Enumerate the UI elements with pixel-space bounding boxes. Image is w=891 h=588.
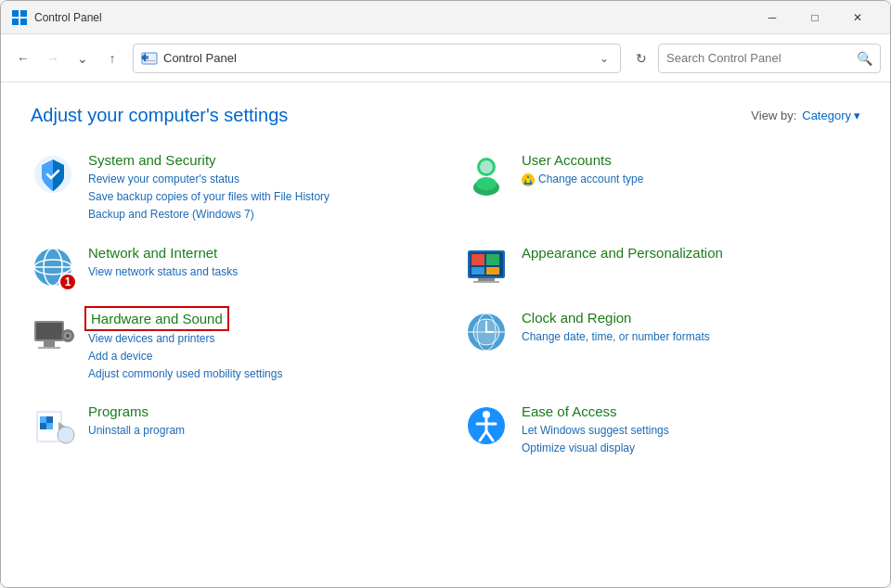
programs-title[interactable]: Programs (88, 403, 427, 419)
ease-of-access-icon (464, 403, 509, 448)
system-security-content: System and Security Review your computer… (88, 152, 427, 224)
category-clock-region: Clock and Region Change date, time, or n… (464, 310, 860, 384)
forward-button[interactable]: → (40, 45, 66, 71)
network-internet-icon: 1 (31, 245, 75, 289)
network-internet-content: Network and Internet View network status… (88, 245, 427, 281)
svg-rect-3 (20, 19, 27, 25)
svg-rect-2 (12, 19, 19, 25)
appearance-content: Appearance and Personalization (522, 245, 860, 263)
view-by-label: View by: (751, 109, 796, 122)
clock-region-links: Change date, time, or number formats (522, 328, 860, 346)
category-user-accounts: User Accounts Change account type (464, 152, 860, 224)
view-devices-printers-link[interactable]: View devices and printers (88, 330, 427, 348)
page-title: Adjust your computer's settings (31, 105, 288, 126)
system-security-links: Review your computer's status Save backu… (88, 171, 427, 224)
address-icon (141, 50, 158, 67)
svg-point-52 (483, 411, 490, 418)
svg-rect-47 (40, 423, 46, 429)
svg-point-12 (476, 177, 497, 190)
clock-region-title[interactable]: Clock and Region (522, 310, 860, 326)
svg-rect-27 (473, 281, 499, 283)
category-ease-of-access: Ease of Access Let Windows suggest setti… (464, 403, 860, 457)
view-by-control: View by: Category ▾ (751, 109, 860, 122)
user-accounts-links: Change account type (522, 171, 860, 188)
programs-icon (31, 403, 75, 448)
title-bar: Control Panel ─ □ ✕ (1, 1, 890, 34)
uninstall-program-link[interactable]: Uninstall a program (88, 422, 427, 440)
svg-rect-34 (38, 347, 60, 349)
add-device-link[interactable]: Add a device (88, 348, 427, 365)
main-content: Adjust your computer's settings View by:… (1, 83, 890, 587)
windows-suggest-settings-link[interactable]: Let Windows suggest settings (522, 422, 860, 440)
clock-region-icon (464, 310, 509, 354)
svg-rect-46 (46, 416, 53, 423)
svg-rect-26 (478, 278, 495, 281)
save-backup-link[interactable]: Save backup copies of your files with Fi… (88, 188, 427, 206)
search-bar[interactable]: 🔍 (658, 44, 881, 73)
category-network-internet: 1 Network and Internet View network stat… (31, 245, 427, 289)
refresh-button[interactable]: ↻ (628, 45, 654, 71)
svg-point-50 (58, 427, 74, 443)
system-security-title[interactable]: System and Security (88, 152, 427, 168)
svg-rect-1 (20, 10, 27, 17)
window-title: Control Panel (34, 11, 751, 24)
close-button[interactable]: ✕ (836, 1, 879, 34)
hardware-sound-icon (31, 310, 75, 354)
view-by-value[interactable]: Category ▾ (802, 109, 860, 122)
category-programs: Programs Uninstall a program (31, 403, 427, 457)
hardware-sound-title[interactable]: Hardware and Sound (88, 310, 226, 327)
categories-grid: System and Security Review your computer… (31, 152, 860, 479)
content-header: Adjust your computer's settings View by:… (31, 105, 860, 126)
up-button[interactable]: ↑ (99, 45, 125, 71)
svg-rect-45 (40, 416, 46, 423)
clock-region-content: Clock and Region Change date, time, or n… (522, 310, 860, 346)
svg-rect-29 (36, 323, 62, 339)
appearance-icon (464, 245, 509, 289)
programs-content: Programs Uninstall a program (88, 403, 427, 440)
window-controls: ─ □ ✕ (751, 1, 879, 34)
svg-rect-25 (486, 267, 499, 275)
category-appearance: Appearance and Personalization (464, 245, 860, 289)
user-accounts-icon (464, 152, 509, 197)
view-network-status-link[interactable]: View network status and tasks (88, 263, 427, 281)
mobility-settings-link[interactable]: Adjust commonly used mobility settings (88, 365, 427, 383)
network-internet-title[interactable]: Network and Internet (88, 245, 427, 261)
svg-rect-24 (471, 267, 484, 275)
appearance-title[interactable]: Appearance and Personalization (522, 245, 860, 261)
hardware-sound-links: View devices and printers Add a device A… (88, 330, 427, 384)
svg-rect-0 (12, 10, 19, 17)
search-icon: 🔍 (857, 51, 872, 66)
address-bar[interactable]: Control Panel ⌄ (133, 44, 621, 73)
svg-rect-22 (471, 254, 484, 265)
category-system-security: System and Security Review your computer… (31, 152, 427, 224)
ease-of-access-links: Let Windows suggest settings Optimize vi… (522, 422, 860, 457)
maximize-button[interactable]: □ (794, 1, 836, 34)
programs-links: Uninstall a program (88, 422, 427, 440)
navigation-bar: ← → ⌄ ↑ Control Panel ⌄ ↻ 🔍 (1, 34, 890, 83)
svg-point-32 (66, 334, 70, 338)
svg-rect-23 (486, 254, 499, 265)
ease-of-access-title[interactable]: Ease of Access (522, 403, 860, 419)
optimize-visual-display-link[interactable]: Optimize visual display (522, 440, 860, 457)
svg-rect-33 (44, 341, 55, 347)
minimize-button[interactable]: ─ (751, 1, 794, 34)
address-text: Control Panel (163, 51, 600, 65)
change-account-type-link[interactable]: Change account type (522, 171, 860, 188)
user-accounts-title[interactable]: User Accounts (522, 152, 860, 168)
change-date-time-link[interactable]: Change date, time, or number formats (522, 328, 860, 346)
user-accounts-content: User Accounts Change account type (522, 152, 860, 188)
system-security-icon (31, 152, 75, 197)
recent-button[interactable]: ⌄ (70, 45, 96, 71)
control-panel-window: Control Panel ─ □ ✕ ← → ⌄ ↑ Control Pane… (0, 0, 891, 588)
window-icon (12, 10, 27, 25)
address-chevron-icon[interactable]: ⌄ (600, 52, 609, 65)
back-button[interactable]: ← (10, 45, 36, 71)
view-by-chevron-icon: ▾ (854, 109, 860, 122)
network-badge: 1 (58, 273, 77, 291)
review-computer-status-link[interactable]: Review your computer's status (88, 171, 427, 188)
search-input[interactable] (666, 51, 857, 65)
ease-of-access-content: Ease of Access Let Windows suggest setti… (522, 403, 860, 457)
svg-rect-15 (526, 178, 530, 183)
category-hardware-sound: Hardware and Sound View devices and prin… (31, 310, 427, 384)
backup-restore-link[interactable]: Backup and Restore (Windows 7) (88, 206, 427, 224)
